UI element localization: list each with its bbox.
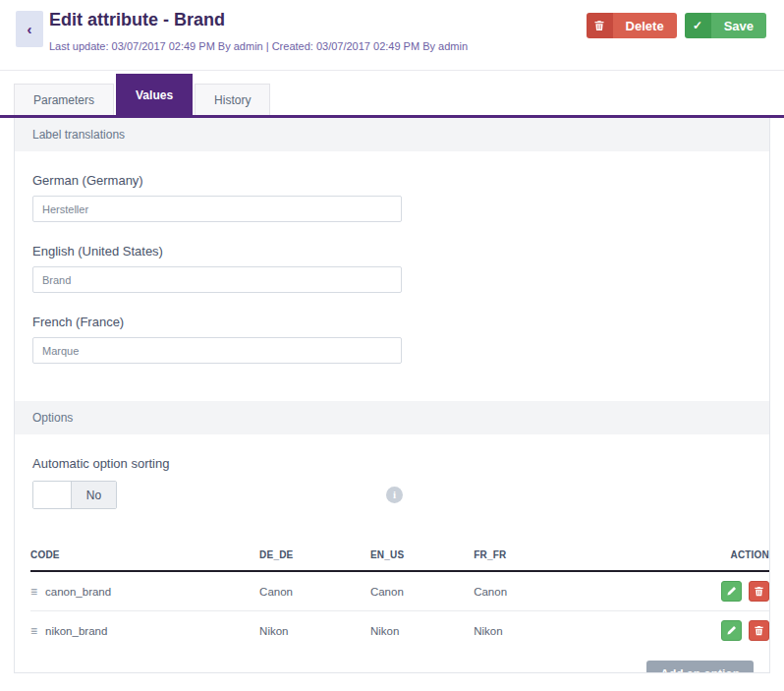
header-actions: Delete ✓ Save — [587, 13, 766, 38]
cell-action — [622, 611, 769, 651]
edit-option-button[interactable] — [721, 620, 742, 641]
trash-icon — [587, 13, 613, 38]
field-german: German (Germany) — [32, 173, 752, 222]
cell-en-us: Nikon — [370, 611, 474, 651]
german-label-input[interactable] — [32, 196, 402, 222]
option-row-nikon: ≡nikon_brand Nikon Nikon Nikon — [30, 611, 769, 651]
tab-history[interactable]: History — [195, 84, 270, 115]
delete-option-button[interactable] — [749, 620, 769, 641]
cell-action — [622, 571, 769, 611]
info-icon: i — [386, 487, 403, 503]
options-table-header-row: CODE DE_DE EN_US FR_FR ACTION — [30, 538, 769, 571]
col-header-fr-fr: FR_FR — [474, 538, 621, 571]
col-header-en-us: EN_US — [370, 538, 474, 571]
save-button-label: Save — [711, 13, 766, 38]
chevron-left-icon: ‹ — [28, 21, 32, 37]
delete-button[interactable]: Delete — [587, 13, 677, 38]
back-button[interactable]: ‹ — [16, 11, 43, 47]
col-header-code: CODE — [30, 538, 259, 571]
label-translations-section-header: Label translations — [15, 118, 769, 151]
delete-button-label: Delete — [613, 13, 677, 38]
col-header-de-de: DE_DE — [259, 538, 370, 571]
col-header-action: ACTION — [622, 538, 769, 571]
values-tab-panel: Label translations German (Germany) Engl… — [14, 118, 770, 673]
cell-en-us: Canon — [370, 571, 474, 611]
field-french-label: French (France) — [32, 315, 752, 329]
field-french: French (France) — [32, 315, 752, 364]
options-table: CODE DE_DE EN_US FR_FR ACTION ≡canon_bra… — [30, 538, 769, 650]
page-meta: Last update: 03/07/2017 02:49 PM By admi… — [49, 40, 468, 52]
cell-fr-fr: Nikon — [474, 611, 621, 651]
english-label-input[interactable] — [32, 266, 402, 293]
cell-de-de: Nikon — [259, 611, 370, 651]
trash-icon — [754, 586, 764, 597]
option-code: nikon_brand — [45, 625, 107, 637]
drag-handle-icon[interactable]: ≡ — [30, 624, 37, 638]
auto-sort-toggle[interactable]: No — [32, 481, 117, 509]
auto-sort-row: No i — [32, 481, 752, 510]
option-row-canon: ≡canon_brand Canon Canon Canon — [30, 571, 769, 611]
add-option-row: Add an option — [15, 650, 769, 673]
delete-option-button[interactable] — [749, 581, 769, 602]
tab-values[interactable]: Values — [116, 74, 193, 115]
drag-handle-icon[interactable]: ≡ — [30, 585, 37, 599]
pencil-icon — [726, 625, 737, 636]
add-option-button[interactable]: Add an option — [646, 661, 754, 673]
cell-code: ≡canon_brand — [30, 571, 259, 611]
page-title: Edit attribute - Brand — [49, 10, 225, 30]
field-english-label: English (United States) — [32, 244, 752, 259]
french-label-input[interactable] — [32, 337, 402, 364]
save-button[interactable]: ✓ Save — [685, 13, 766, 38]
trash-icon — [754, 625, 764, 636]
check-icon: ✓ — [685, 13, 711, 38]
tab-bar: Parameters Values History — [0, 71, 784, 118]
toggle-state-label: No — [72, 482, 116, 508]
option-code: canon_brand — [45, 586, 111, 598]
field-english: English (United States) — [32, 244, 752, 293]
pencil-icon — [726, 586, 737, 597]
options-section-header: Options — [15, 401, 769, 434]
edit-option-button[interactable] — [721, 581, 742, 602]
tab-parameters[interactable]: Parameters — [14, 84, 114, 115]
field-german-label: German (Germany) — [32, 173, 752, 188]
cell-de-de: Canon — [259, 571, 370, 611]
cell-fr-fr: Canon — [474, 571, 621, 611]
auto-sort-label: Automatic option sorting — [32, 456, 752, 471]
cell-code: ≡nikon_brand — [30, 611, 259, 651]
toggle-handle[interactable] — [33, 482, 72, 508]
page-header: ‹ Edit attribute - Brand Last update: 03… — [0, 0, 784, 71]
